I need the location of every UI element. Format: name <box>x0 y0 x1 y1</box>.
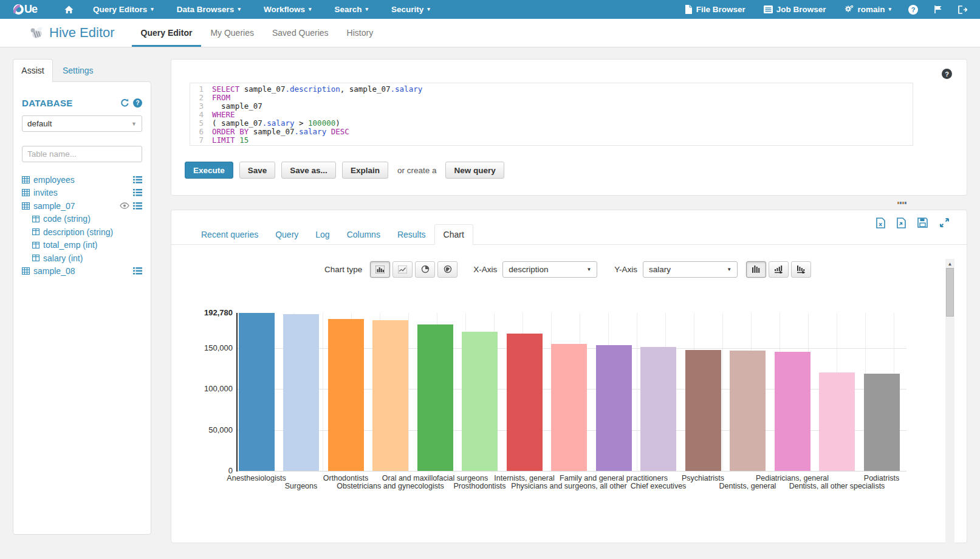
table-row[interactable]: invites <box>22 187 142 200</box>
bar[interactable] <box>730 351 766 471</box>
bar[interactable] <box>417 324 453 471</box>
table-icon <box>22 189 30 196</box>
svg-text:x: x <box>879 221 882 227</box>
table-row[interactable]: employees <box>22 173 142 187</box>
menu-workflows[interactable]: Workflows▾ <box>252 0 323 19</box>
bar[interactable] <box>328 319 364 471</box>
results-scrollbar[interactable]: ▲ <box>945 259 954 543</box>
editor-help-icon[interactable]: ? <box>942 69 952 79</box>
save-result-icon[interactable] <box>917 218 928 228</box>
sql-code[interactable]: SELECT sample_07.description, sample_07.… <box>207 83 422 145</box>
bar[interactable] <box>239 313 275 471</box>
tab-settings[interactable]: Settings <box>53 59 103 82</box>
table-row[interactable]: sample_08 <box>22 265 142 278</box>
y-tick-label: 150,000 <box>171 343 233 352</box>
tab-query-editor[interactable]: Query Editor <box>132 19 202 47</box>
y-axis-label: Y-Axis <box>614 265 637 274</box>
save-button[interactable]: Save <box>239 162 276 179</box>
export-csv-icon[interactable] <box>897 218 906 228</box>
bar[interactable] <box>685 350 721 471</box>
sort-ascending-icon[interactable] <box>769 261 789 278</box>
job-browser-link[interactable]: Job Browser <box>755 0 835 19</box>
tab-results[interactable]: Results <box>389 224 434 245</box>
menu-security[interactable]: Security▾ <box>380 0 442 19</box>
tab-history[interactable]: History <box>338 19 383 47</box>
new-query-button[interactable]: New query <box>445 162 504 179</box>
bar[interactable] <box>462 332 498 471</box>
tab-query[interactable]: Query <box>267 224 307 245</box>
bar[interactable] <box>640 347 676 471</box>
file-browser-link[interactable]: File Browser <box>676 0 755 19</box>
panel-resize-handle[interactable] <box>897 202 906 204</box>
feedback-button[interactable] <box>926 0 950 19</box>
column-row[interactable]: code (string) <box>22 213 142 226</box>
y-tick-label: 100,000 <box>171 384 233 393</box>
bar[interactable] <box>283 314 319 471</box>
bar[interactable] <box>819 372 855 471</box>
tab-columns[interactable]: Columns <box>338 224 389 245</box>
sidebar-tabs: Assist Settings <box>13 59 151 82</box>
menu-data-browsers[interactable]: Data Browsers▾ <box>165 0 252 19</box>
scrollbar-thumb[interactable] <box>946 268 954 317</box>
tab-assist[interactable]: Assist <box>13 59 53 82</box>
scroll-up-arrow[interactable]: ▲ <box>945 261 954 267</box>
sql-editor[interactable]: 1234567 SELECT sample_07.description, sa… <box>190 83 913 146</box>
table-list: employeesinvitessample_07code (string)de… <box>22 173 142 278</box>
tab-log[interactable]: Log <box>307 224 338 245</box>
chevron-down-icon: ▾ <box>309 7 312 12</box>
x-axis-select[interactable]: description ▼ <box>502 261 597 278</box>
chevron-down-icon: ▼ <box>586 267 591 272</box>
menu-search[interactable]: Search▾ <box>323 0 380 19</box>
x-tick-label: Prosthodontists <box>453 482 505 490</box>
explain-button[interactable]: Explain <box>342 162 388 179</box>
database-help-icon[interactable]: ? <box>133 98 142 108</box>
sort-descending-icon[interactable] <box>791 261 811 278</box>
bar-chart-icon[interactable] <box>370 261 390 278</box>
help-button[interactable]: ? <box>900 0 926 19</box>
browse-data-icon[interactable] <box>133 189 142 196</box>
table-row[interactable]: sample_07 <box>22 199 142 213</box>
bar[interactable] <box>775 352 810 471</box>
export-excel-icon[interactable]: x <box>876 218 885 228</box>
y-axis-select[interactable]: salary ▼ <box>643 261 738 278</box>
bar[interactable] <box>864 374 900 471</box>
browse-data-icon[interactable] <box>133 176 142 183</box>
x-tick-label: Surgeons <box>285 482 318 490</box>
x-tick-label: Dentists, general <box>719 482 776 490</box>
line-chart-icon[interactable] <box>392 261 413 278</box>
column-row[interactable]: total_emp (int) <box>22 239 142 252</box>
menu-query-editors[interactable]: Query Editors▾ <box>81 0 165 19</box>
user-menu[interactable]: romain ▾ <box>835 0 900 19</box>
x-tick-label: Anesthesiologists <box>227 474 286 482</box>
eye-icon[interactable] <box>120 202 129 209</box>
pie-chart-icon[interactable] <box>415 261 435 278</box>
x-tick-label: Chief executives <box>631 482 687 490</box>
column-row[interactable]: description (string) <box>22 225 142 239</box>
logout-button[interactable] <box>950 0 975 19</box>
browse-data-icon[interactable] <box>133 202 142 210</box>
map-chart-icon[interactable] <box>437 261 457 278</box>
hue-logo[interactable]: Ue <box>13 3 37 16</box>
y-tick-label: 50,000 <box>171 425 233 434</box>
sort-none-icon[interactable] <box>746 261 766 278</box>
expand-icon[interactable] <box>939 218 950 228</box>
bar[interactable] <box>551 344 587 471</box>
bar[interactable] <box>596 345 632 471</box>
home-icon[interactable] <box>64 5 74 15</box>
bar[interactable] <box>507 334 543 471</box>
tab-recent-queries[interactable]: Recent queries <box>193 224 267 245</box>
table-filter-input[interactable] <box>22 146 142 162</box>
column-row[interactable]: salary (int) <box>22 252 142 265</box>
execute-button[interactable]: Execute <box>185 162 233 179</box>
refresh-icon[interactable] <box>120 98 129 108</box>
bar[interactable] <box>372 320 408 471</box>
save-as-button[interactable]: Save as... <box>281 162 336 179</box>
page-title: Hive Editor <box>49 25 115 41</box>
x-tick-label: Physicians and surgeons, all other <box>511 482 626 490</box>
tab-my-queries[interactable]: My Queries <box>201 19 263 47</box>
database-select[interactable]: default ▼ <box>22 115 142 132</box>
chart-type-group <box>370 261 457 278</box>
tab-saved-queries[interactable]: Saved Queries <box>263 19 338 47</box>
tab-chart[interactable]: Chart <box>434 224 473 245</box>
browse-data-icon[interactable] <box>133 267 142 275</box>
